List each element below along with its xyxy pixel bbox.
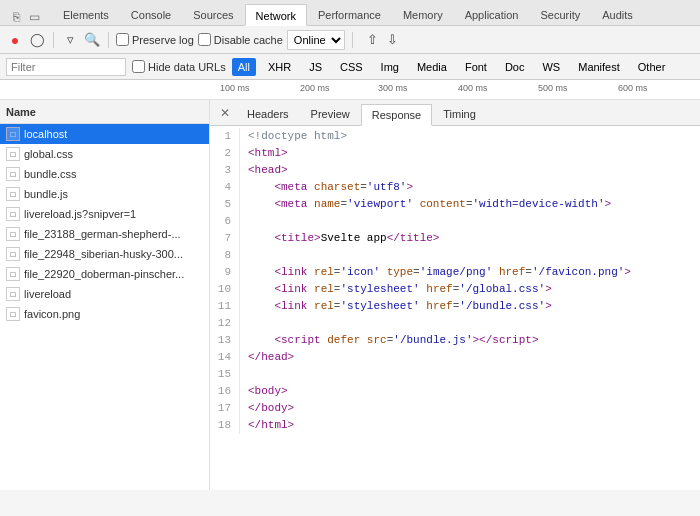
separator-1 [53,32,54,48]
tab-preview[interactable]: Preview [300,103,361,125]
code-line-7: 7 <title>Svelte app</title> [210,230,700,247]
line-content-2: <html> [248,145,700,162]
line-content-16: <body> [248,383,700,400]
code-line-12: 12 [210,315,700,332]
export-button[interactable]: ⇩ [384,31,402,49]
line-num-16: 16 [210,383,240,400]
filter-font-btn[interactable]: Font [459,58,493,76]
line-content-13: <script defer src='/bundle.js'></script> [248,332,700,349]
line-content-12 [248,315,700,332]
file-list: Name □ localhost □ global.css □ bundle.c… [0,100,210,490]
code-line-18: 18 </html> [210,417,700,434]
line-num-7: 7 [210,230,240,247]
throttle-select[interactable]: Online [287,30,345,50]
line-num-11: 11 [210,298,240,315]
preserve-log-checkbox[interactable] [116,33,129,46]
response-code-area[interactable]: 1 <!doctype html> 2 <html> 3 <head> 4 <m… [210,126,700,490]
filter-doc-btn[interactable]: Doc [499,58,531,76]
devtools-tab-bar: ⎘ ▭ Elements Console Sources Network Per… [0,0,700,26]
file-item-german-shepherd[interactable]: □ file_23188_german-shepherd-... [0,224,209,244]
hide-data-urls-label: Hide data URLs [148,61,226,73]
file-item-livereload-js[interactable]: □ livereload.js?snipver=1 [0,204,209,224]
clear-button[interactable]: ◯ [28,31,46,49]
device-icon[interactable]: ▭ [26,9,42,25]
preserve-log-group[interactable]: Preserve log [116,33,194,46]
record-button[interactable]: ● [6,31,24,49]
file-name-bundle-js: bundle.js [24,188,68,200]
filter-css-btn[interactable]: CSS [334,58,369,76]
tab-sources[interactable]: Sources [182,3,244,25]
file-name-siberian-husky: file_22948_siberian-husky-300... [24,248,183,260]
hide-data-urls-checkbox[interactable] [132,60,145,73]
code-line-1: 1 <!doctype html> [210,128,700,145]
tab-timing[interactable]: Timing [432,103,487,125]
tab-security[interactable]: Security [529,3,591,25]
line-content-3: <head> [248,162,700,179]
filter-input[interactable] [6,58,126,76]
file-item-global-css[interactable]: □ global.css [0,144,209,164]
file-item-livereload[interactable]: □ livereload [0,284,209,304]
file-name-livereload: livereload [24,288,71,300]
line-num-2: 2 [210,145,240,162]
filter-all-btn[interactable]: All [232,58,256,76]
file-item-siberian-husky[interactable]: □ file_22948_siberian-husky-300... [0,244,209,264]
file-item-bundle-js[interactable]: □ bundle.js [0,184,209,204]
filter-media-btn[interactable]: Media [411,58,453,76]
line-num-1: 1 [210,128,240,145]
file-item-favicon[interactable]: □ favicon.png [0,304,209,324]
line-content-15 [248,366,700,383]
line-num-18: 18 [210,417,240,434]
filter-img-btn[interactable]: Img [375,58,405,76]
file-list-header: Name [0,100,209,124]
code-line-17: 17 </body> [210,400,700,417]
disable-cache-group[interactable]: Disable cache [198,33,283,46]
filter-ws-btn[interactable]: WS [536,58,566,76]
close-panel-button[interactable]: ✕ [214,103,236,125]
tab-application[interactable]: Application [454,3,530,25]
file-icon-livereload: □ [6,287,20,301]
tab-console[interactable]: Console [120,3,182,25]
file-item-bundle-css[interactable]: □ bundle.css [0,164,209,184]
file-item-localhost[interactable]: □ localhost [0,124,209,144]
line-num-9: 9 [210,264,240,281]
filter-button[interactable]: ▿ [61,31,79,49]
code-line-16: 16 <body> [210,383,700,400]
line-num-10: 10 [210,281,240,298]
inspect-icon[interactable]: ⎘ [8,9,24,25]
filter-xhr-btn[interactable]: XHR [262,58,297,76]
file-icon-doberman: □ [6,267,20,281]
import-button[interactable]: ⇧ [364,31,382,49]
timeline-ruler: 100 ms 200 ms 300 ms 400 ms 500 ms 600 m… [210,80,700,99]
filter-js-btn[interactable]: JS [303,58,328,76]
tab-audits[interactable]: Audits [591,3,644,25]
line-content-9: <link rel='icon' type='image/png' href='… [248,264,700,281]
file-name-livereload-js: livereload.js?snipver=1 [24,208,136,220]
line-content-4: <meta charset='utf8'> [248,179,700,196]
line-content-17: </body> [248,400,700,417]
tab-network[interactable]: Network [245,4,307,26]
filter-manifest-btn[interactable]: Manifest [572,58,626,76]
line-num-15: 15 [210,366,240,383]
file-name-doberman: file_22920_doberman-pinscher... [24,268,184,280]
tab-response[interactable]: Response [361,104,433,126]
line-content-6 [248,213,700,230]
disable-cache-label: Disable cache [214,34,283,46]
tab-headers[interactable]: Headers [236,103,300,125]
code-line-11: 11 <link rel='stylesheet' href='/bundle.… [210,298,700,315]
separator-2 [108,32,109,48]
file-item-doberman[interactable]: □ file_22920_doberman-pinscher... [0,264,209,284]
line-num-14: 14 [210,349,240,366]
hide-data-urls-group[interactable]: Hide data URLs [132,60,226,73]
file-icon-bundle-css: □ [6,167,20,181]
tab-elements[interactable]: Elements [52,3,120,25]
line-content-18: </html> [248,417,700,434]
file-name-german-shepherd: file_23188_german-shepherd-... [24,228,181,240]
filter-other-btn[interactable]: Other [632,58,672,76]
disable-cache-checkbox[interactable] [198,33,211,46]
search-button[interactable]: 🔍 [83,31,101,49]
preserve-log-label: Preserve log [132,34,194,46]
tab-performance[interactable]: Performance [307,3,392,25]
tab-memory[interactable]: Memory [392,3,454,25]
code-line-3: 3 <head> [210,162,700,179]
code-line-15: 15 [210,366,700,383]
